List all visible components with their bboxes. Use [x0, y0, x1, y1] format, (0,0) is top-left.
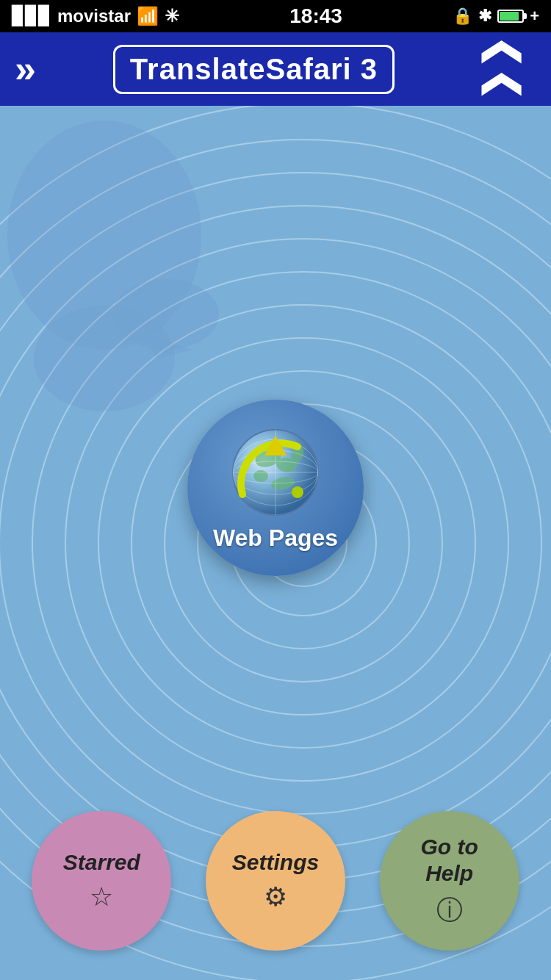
main-content: Web Pages Starred ☆ Settings ⚙ Go toHelp…: [0, 106, 551, 980]
help-button[interactable]: Go toHelp ⓘ: [380, 811, 519, 951]
starred-button[interactable]: Starred ☆: [32, 811, 171, 951]
status-time: 18:43: [289, 4, 342, 28]
carrier-name: movistar: [57, 6, 131, 26]
signal-icon: ▊▊▊: [12, 6, 51, 26]
settings-label: Settings: [232, 849, 319, 876]
bluetooth-icon: ✱: [478, 7, 491, 26]
web-pages-button[interactable]: Web Pages: [187, 400, 364, 576]
gear-icon: ⚙: [264, 882, 287, 912]
svg-point-17: [292, 486, 303, 498]
globe-icon: [228, 425, 323, 520]
bottom-buttons: Starred ☆ Settings ⚙ Go toHelp ⓘ: [0, 811, 551, 951]
help-label: Go toHelp: [420, 834, 478, 887]
battery-icon: [497, 10, 524, 23]
face-silhouette: [0, 120, 250, 429]
info-icon: ⓘ: [436, 893, 463, 929]
status-left: ▊▊▊ movistar 📶 ✳: [12, 6, 179, 26]
menu-down-button[interactable]: ❮❮: [485, 37, 523, 101]
lock-icon: 🔒: [453, 7, 472, 26]
status-bar: ▊▊▊ movistar 📶 ✳ 18:43 🔒 ✱ +: [0, 0, 551, 32]
charging-icon: +: [530, 7, 539, 26]
star-icon: ☆: [90, 882, 113, 912]
brightness-icon: ✳: [165, 6, 179, 26]
settings-button[interactable]: Settings ⚙: [206, 811, 345, 951]
svg-point-8: [253, 470, 268, 482]
back-button[interactable]: »: [15, 50, 36, 88]
web-pages-label: Web Pages: [213, 525, 338, 552]
status-right: 🔒 ✱ +: [453, 7, 539, 26]
wifi-icon: 📶: [137, 6, 159, 26]
starred-label: Starred: [63, 849, 140, 876]
app-title: TranslateSafari 3: [113, 45, 395, 94]
svg-point-2: [113, 279, 219, 350]
nav-bar: » TranslateSafari 3 ❮❮: [0, 32, 551, 106]
